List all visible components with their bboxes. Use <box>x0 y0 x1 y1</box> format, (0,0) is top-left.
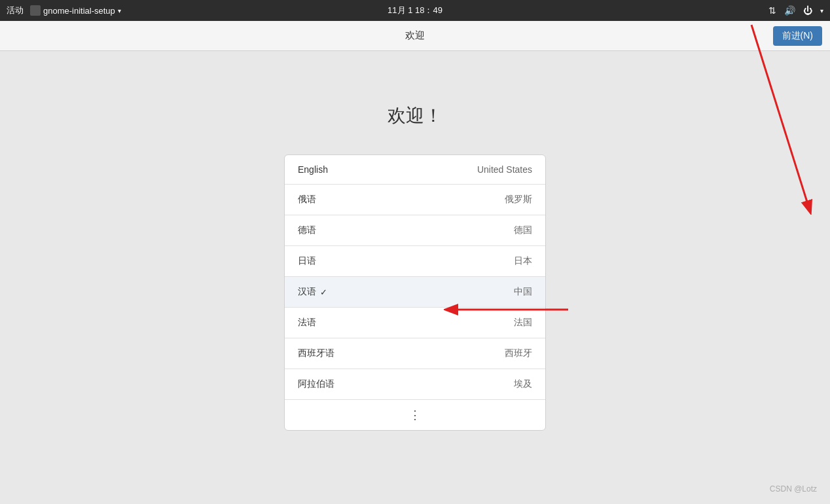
lang-region: 西班牙 <box>505 348 532 359</box>
language-list-item[interactable]: 汉语✓中国 <box>285 277 545 308</box>
headerbar: 欢迎 前进(N) <box>0 21 830 51</box>
lang-name-text: English <box>298 164 328 175</box>
lang-name: 西班牙语 <box>298 348 334 359</box>
lang-region: 日本 <box>514 255 532 267</box>
lang-region: 德国 <box>514 225 532 236</box>
lang-name-text: 法语 <box>298 317 316 329</box>
network-icon[interactable]: ⇅ <box>768 5 776 16</box>
topbar: 活动 gnome-initial-setup ▾ 11月 1 18：49 ⇅ 🔊… <box>0 0 830 21</box>
lang-name-text: 俄语 <box>298 194 316 206</box>
language-list-item[interactable]: 日语日本 <box>285 246 545 277</box>
lang-name: English <box>298 164 328 175</box>
language-list-item[interactable]: 西班牙语西班牙 <box>285 338 545 369</box>
lang-name: 法语 <box>298 317 316 329</box>
lang-region: 法国 <box>514 317 532 329</box>
lang-name: 德语 <box>298 225 316 236</box>
app-name: gnome-initial-setup <box>43 6 115 16</box>
volume-icon[interactable]: 🔊 <box>784 5 795 16</box>
lang-region: 中国 <box>514 286 532 298</box>
lang-region: United States <box>477 164 532 175</box>
lang-region: 埃及 <box>514 378 532 390</box>
lang-name-text: 德语 <box>298 225 316 236</box>
topbar-datetime: 11月 1 18：49 <box>388 5 442 16</box>
power-icon[interactable]: ⏻ <box>803 5 812 16</box>
lang-name-text: 西班牙语 <box>298 348 334 359</box>
chevron-down-icon[interactable]: ▾ <box>820 7 823 14</box>
lang-name-text: 阿拉伯语 <box>298 378 334 390</box>
topbar-right: ⇅ 🔊 ⏻ ▾ <box>768 5 823 16</box>
checkmark-icon: ✓ <box>320 287 327 297</box>
app-icon <box>30 5 41 16</box>
lang-name-text: 汉语 <box>298 286 316 298</box>
topbar-app-label[interactable]: gnome-initial-setup ▾ <box>30 5 121 16</box>
language-list-item[interactable]: 德语德国 <box>285 215 545 246</box>
next-button[interactable]: 前进(N) <box>773 26 822 46</box>
topbar-left: 活动 gnome-initial-setup ▾ <box>7 5 121 16</box>
language-list-item[interactable]: 俄语俄罗斯 <box>285 185 545 215</box>
headerbar-title: 欢迎 <box>405 29 425 42</box>
lang-name: 日语 <box>298 255 316 267</box>
lang-name: 汉语✓ <box>298 286 327 298</box>
language-list-item[interactable]: 法语法国 <box>285 308 545 338</box>
watermark: CSDN @Lotz <box>770 484 817 494</box>
main-content: 欢迎！ EnglishUnited States俄语俄罗斯德语德国日语日本汉语✓… <box>0 51 830 431</box>
welcome-heading: 欢迎！ <box>388 103 442 128</box>
lang-name-text: 日语 <box>298 255 316 267</box>
lang-name: 阿拉伯语 <box>298 378 334 390</box>
language-list: EnglishUnited States俄语俄罗斯德语德国日语日本汉语✓中国法语… <box>284 154 546 431</box>
language-list-item[interactable]: 阿拉伯语埃及 <box>285 369 545 400</box>
language-list-item[interactable]: EnglishUnited States <box>285 155 545 185</box>
activities-button[interactable]: 活动 <box>7 5 24 16</box>
more-languages-button[interactable]: ⋮ <box>285 400 545 430</box>
chevron-down-icon[interactable]: ▾ <box>118 7 121 14</box>
lang-region: 俄罗斯 <box>505 194 532 206</box>
lang-name: 俄语 <box>298 194 316 206</box>
